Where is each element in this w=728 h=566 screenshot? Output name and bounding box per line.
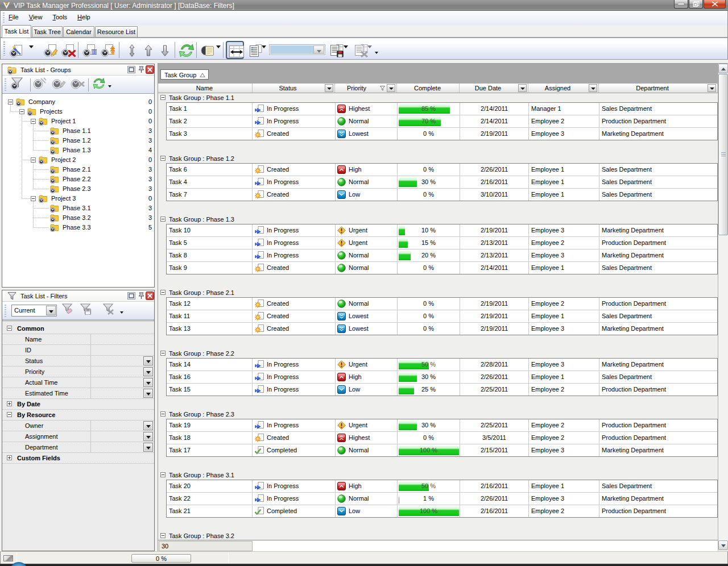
filter-group-expander[interactable] — [7, 412, 12, 417]
filter-row-estimated-time[interactable]: Estimated Time — [2, 388, 154, 399]
refresh-button[interactable] — [179, 43, 195, 59]
tree-node-phase-3-1[interactable]: Phase 3.13 — [2, 203, 154, 213]
column-header-due-date[interactable]: Due Date — [460, 84, 528, 93]
print-dropdown[interactable] — [216, 48, 221, 53]
task-row-task-16[interactable]: Task 16 In Progress — [167, 371, 717, 384]
tree-node-phase-3-2[interactable]: Phase 3.23 — [2, 213, 154, 223]
tree-expander[interactable] — [31, 157, 36, 163]
columns-dropdown[interactable] — [262, 48, 267, 53]
column-header-status[interactable]: Status — [253, 84, 335, 93]
filter-value-dropdown[interactable] — [143, 367, 153, 376]
task-row-task-12[interactable]: Task 12 Created — [167, 298, 717, 310]
group-collapse-button[interactable] — [160, 472, 166, 477]
task-row-task-2[interactable]: Task 2 In Progress — [167, 115, 717, 128]
groups-panel-close-button[interactable] — [146, 65, 155, 74]
column-header-complete[interactable]: Complete — [397, 84, 460, 93]
filter-value-dropdown[interactable] — [143, 378, 153, 387]
scrollbar-thumb[interactable] — [718, 74, 728, 235]
task-row-task-14[interactable]: Task 14 In Progress — [167, 359, 717, 371]
group-collapse-button[interactable] — [160, 156, 166, 161]
group-collapse-button[interactable] — [160, 217, 166, 222]
save-view-button[interactable] — [329, 43, 345, 59]
filter-preset-dropdown[interactable] — [46, 306, 56, 315]
column-filter-dropdown[interactable] — [387, 84, 395, 92]
group-collapse-button[interactable] — [160, 290, 166, 295]
filter-row-status[interactable]: Status — [2, 356, 154, 367]
task-row-task-15[interactable]: Task 15 In Progress — [167, 384, 717, 396]
filter-row-id[interactable]: ID — [2, 345, 154, 356]
group-row-0[interactable]: Task Group : Phase 1.1 — [158, 93, 718, 102]
task-row-task-18[interactable]: Task 18 Created — [167, 432, 717, 444]
tree-node-phase-2-3[interactable]: Phase 2.33 — [2, 184, 154, 194]
restore-button[interactable] — [689, 0, 703, 9]
tree-node-project-1[interactable]: Project 10 — [2, 116, 154, 126]
filter-group-expander[interactable] — [7, 455, 12, 460]
menu-view[interactable]: View — [24, 11, 48, 25]
refresh-groups-dropdown[interactable] — [108, 85, 111, 88]
refresh-groups-icon[interactable] — [92, 77, 106, 91]
filter-preset-combo[interactable]: Current — [11, 305, 57, 317]
group-collapse-button[interactable] — [160, 411, 166, 417]
task-row-task-13[interactable]: Task 13 Created — [167, 323, 717, 335]
tree-node-phase-1-2[interactable]: Phase 1.23 — [2, 136, 154, 145]
group-row-2[interactable]: Task Group : Phase 1.3 — [158, 215, 718, 224]
apply-filter-icon[interactable] — [61, 303, 74, 316]
group-row-1[interactable]: Task Group : Phase 1.2 — [158, 154, 718, 163]
filter-group-expander[interactable] — [7, 401, 12, 406]
filter-value-dropdown[interactable] — [143, 421, 153, 430]
filters-panel-maximize-button[interactable] — [127, 292, 136, 300]
print-button[interactable] — [200, 43, 216, 59]
column-header-department[interactable]: Department — [599, 84, 718, 93]
delete-filter-icon[interactable] — [102, 303, 115, 317]
filter-group-expander[interactable] — [7, 326, 12, 331]
groups-panel-maximize-button[interactable] — [127, 65, 136, 74]
edit-group-icon[interactable] — [52, 77, 67, 91]
filter-groups-icon[interactable] — [10, 77, 24, 91]
groups-toolbar-grip[interactable] — [5, 78, 6, 91]
task-row-task-4[interactable]: Task 4 In Progress — [167, 176, 717, 189]
task-row-task-19[interactable]: Task 19 In Progress — [167, 419, 717, 432]
duplicate-task-button[interactable] — [82, 43, 98, 59]
expand-collapse-button[interactable] — [124, 43, 140, 59]
tab-task-list[interactable]: Task List — [2, 25, 31, 38]
tab-task-tree[interactable]: Task Tree — [32, 26, 63, 38]
task-row-task-3[interactable]: Task 3 Created — [167, 128, 717, 140]
menu-tools[interactable]: Tools — [47, 11, 72, 25]
menu-file[interactable]: File — [3, 11, 24, 25]
tree-node-company[interactable]: Company0 — [2, 97, 154, 107]
minimize-button[interactable] — [674, 0, 688, 9]
view-combo[interactable] — [268, 44, 326, 56]
new-task-button[interactable] — [9, 43, 24, 59]
filter-row-custom-fields[interactable]: Custom Fields — [2, 453, 154, 464]
group-row-3[interactable]: Task Group : Phase 2.1 — [158, 288, 718, 297]
task-row-task-1[interactable]: Task 1 In Progress — [167, 103, 717, 115]
column-header-name[interactable]: Name — [158, 84, 253, 93]
filters-toolbar-more[interactable] — [120, 311, 123, 314]
tab-resource-list[interactable]: Resource List — [95, 26, 138, 38]
task-row-task-11[interactable]: Task 11 Created — [167, 310, 717, 323]
tab-calendar[interactable]: Calendar — [63, 26, 94, 38]
vertical-scrollbar[interactable] — [718, 64, 728, 551]
new-task-dropdown[interactable] — [29, 48, 34, 53]
delete-group-icon[interactable] — [71, 77, 85, 91]
tree-node-phase-1-3[interactable]: Phase 1.34 — [2, 145, 154, 155]
task-row-task-21[interactable]: Task 21 Completed — [167, 505, 717, 518]
column-header-assigned[interactable]: Assigned — [528, 84, 599, 93]
filters-panel-close-button[interactable] — [146, 292, 155, 300]
tree-node-phase-2-2[interactable]: Phase 2.23 — [2, 174, 154, 184]
filter-row-name[interactable]: Name — [2, 334, 154, 345]
task-row-task-6[interactable]: Task 6 Created — [167, 164, 717, 176]
filter-value-dropdown[interactable] — [143, 389, 153, 398]
group-row-5[interactable]: Task Group : Phase 2.3 — [158, 410, 718, 419]
columns-button[interactable] — [247, 43, 263, 59]
close-button[interactable] — [704, 0, 726, 9]
task-row-task-9[interactable]: Task 9 Created — [167, 262, 717, 274]
tree-expander[interactable] — [19, 109, 24, 114]
scroll-down-button[interactable] — [718, 540, 728, 550]
filters-toolbar-grip[interactable] — [5, 305, 6, 317]
filter-row-by-resource[interactable]: By Resource — [2, 410, 154, 421]
column-header-priority[interactable]: Priority — [335, 84, 397, 93]
move-down-button[interactable] — [157, 43, 173, 59]
task-row-task-22[interactable]: Task 22 In Progress — [167, 493, 717, 505]
delete-view-button[interactable] — [353, 43, 369, 59]
